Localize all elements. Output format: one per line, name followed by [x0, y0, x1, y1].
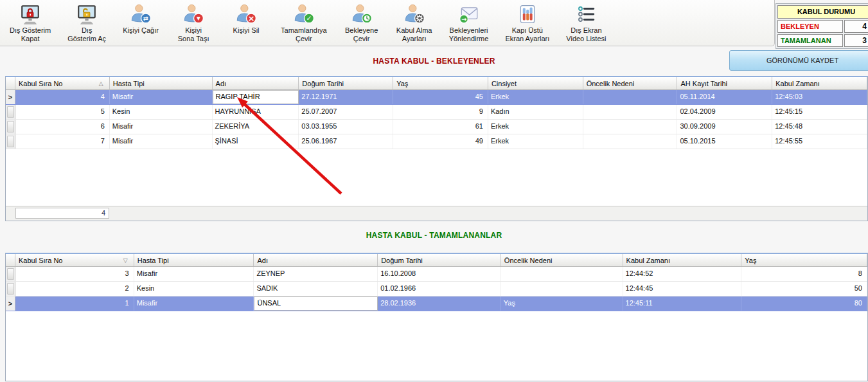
column-header-adi[interactable]: Adı	[213, 77, 299, 89]
cell-kabul-sira-no[interactable]: 2	[15, 282, 134, 296]
table-row[interactable]: 7MisafirŞİNASİ25.06.196749Erkek05.10.201…	[6, 134, 867, 149]
column-header-oncelik-nedeni[interactable]: Öncelik Nedeni	[583, 77, 678, 89]
table-row[interactable]: >4MisafirRAGIP TAHİR27.12.197145Erkek05.…	[6, 90, 867, 105]
column-header-hasta-tipi[interactable]: Hasta Tipi	[110, 77, 213, 89]
column-header-dogum-tarihi[interactable]: Doğum Tarihi	[299, 77, 393, 89]
cell-hasta-tipi[interactable]: Kesin	[110, 105, 213, 119]
cell-ah-kayit-tarihi[interactable]: 30.09.2009	[677, 120, 772, 134]
cell-cinsiyet[interactable]: Erkek	[488, 120, 583, 134]
row-indicator	[6, 134, 15, 149]
cell-kabul-zamani[interactable]: 12:45:11	[623, 296, 742, 311]
table-row[interactable]: 6MisafirZEKERİYA03.03.195561Erkek30.09.2…	[6, 120, 867, 134]
cell-hasta-tipi[interactable]: Misafir	[110, 90, 213, 104]
cell-kabul-sira-no[interactable]: 5	[15, 105, 110, 119]
cell-kabul-zamani[interactable]: 12:44:45	[623, 282, 742, 296]
cell-cinsiyet[interactable]: Erkek	[488, 90, 583, 104]
cell-cinsiyet[interactable]: Kadın	[488, 105, 583, 119]
cell-kabul-zamani[interactable]: 12:45:48	[772, 120, 867, 134]
cell-oncelik-nedeni[interactable]	[583, 120, 678, 134]
cell-oncelik-nedeni[interactable]	[583, 105, 678, 119]
cell-ah-kayit-tarihi[interactable]: 05.10.2015	[677, 134, 772, 149]
table-row[interactable]: 5KesinHAYRUNNİSA25.07.20079Kadın02.04.20…	[6, 105, 867, 120]
column-header-kabul-zamani[interactable]: Kabul Zamanı	[623, 254, 742, 266]
cell-kabul-zamani[interactable]: 12:45:03	[772, 90, 867, 104]
kapi-ustu-ekran-ayarlari-button[interactable]: Kapı Üstü Ekran Ayarları	[500, 2, 554, 44]
column-header-kabul-sira-no[interactable]: Kabul Sıra No△	[15, 77, 110, 89]
cell-kabul-sira-no[interactable]: 4	[15, 90, 110, 104]
kisiyi-sona-tasi-button[interactable]: ▼Kişiyi Sona Taşı	[171, 2, 216, 44]
cell-oncelik-nedeni[interactable]	[501, 267, 623, 281]
table-row[interactable]: 2KesinSADIK01.02.196612:44:4550	[6, 282, 867, 296]
cell-kabul-zamani[interactable]: 12:44:52	[623, 267, 742, 281]
cell-dogum-tarihi[interactable]: 25.07.2007	[299, 105, 393, 119]
dis-gosterim-ac-button[interactable]: Dış Gösterim Aç	[63, 2, 111, 44]
cell-dogum-tarihi[interactable]: 25.06.1967	[299, 134, 393, 149]
column-header-kabul-zamani[interactable]: Kabul Zamanı	[772, 77, 867, 89]
cell-yas[interactable]: 45	[393, 90, 488, 104]
waiting-table: Kabul Sıra No△Hasta TipiAdıDoğum TarihiY…	[5, 76, 868, 221]
app-root: Dış Gösterim KapatDış Gösterim Aç⇄Kişiyi…	[0, 0, 868, 382]
cell-kabul-sira-no[interactable]: 7	[15, 134, 110, 149]
bekleyene-cevir-button[interactable]: Bekleyene Çevir	[339, 2, 384, 44]
cell-adi[interactable]: RAGIP TAHİR	[213, 90, 299, 104]
column-header-cinsiyet[interactable]: Cinsiyet	[488, 77, 583, 89]
cell-adi[interactable]: HAYRUNNİSA	[213, 105, 299, 119]
tamamlandiya-cevir-button[interactable]: ✓Tamamlandıya Çevir	[276, 2, 332, 44]
column-header-dogum-tarihi[interactable]: Doğum Tarihi	[378, 254, 501, 266]
cell-dogum-tarihi[interactable]: 16.10.2008	[378, 267, 501, 281]
cell-kabul-zamani[interactable]: 12:45:15	[772, 105, 867, 119]
kisiyi-cagir-button[interactable]: ⇄Kişiyi Çağır	[118, 2, 163, 36]
cell-hasta-tipi[interactable]: Misafir	[134, 296, 254, 311]
cell-ah-kayit-tarihi[interactable]: 05.11.2014	[677, 90, 772, 104]
completed-table-title: HASTA KABUL - TAMAMLANANLAR	[0, 231, 868, 240]
person-complete-icon: ✓	[293, 3, 315, 25]
cell-yas[interactable]: 80	[741, 296, 867, 311]
cell-adi[interactable]: ZEKERİYA	[213, 120, 299, 134]
cell-yas[interactable]: 49	[393, 134, 488, 149]
cell-dogum-tarihi[interactable]: 28.02.1936	[378, 296, 501, 311]
column-header-label: AH Kayıt Tarihi	[680, 80, 727, 87]
table-row[interactable]: 3MisafirZEYNEP16.10.200812:44:528	[6, 267, 867, 282]
cell-yas[interactable]: 50	[741, 282, 867, 296]
cell-oncelik-nedeni[interactable]	[583, 134, 678, 149]
cell-ah-kayit-tarihi[interactable]: 02.04.2009	[677, 105, 772, 119]
cell-dogum-tarihi[interactable]: 27.12.1971	[299, 90, 393, 104]
cell-dogum-tarihi[interactable]: 01.02.1966	[378, 282, 501, 296]
cell-yas[interactable]: 8	[741, 267, 867, 281]
table-empty-area	[6, 149, 867, 206]
cell-hasta-tipi[interactable]: Misafir	[110, 134, 213, 149]
cell-yas[interactable]: 9	[393, 105, 488, 119]
cell-oncelik-nedeni[interactable]	[501, 282, 623, 296]
kabul-alma-ayarlari-button[interactable]: Kabul Alma Ayarları	[392, 2, 437, 44]
column-header-oncelik-nedeni[interactable]: Öncelik Nedeni	[501, 254, 623, 266]
cell-yas[interactable]: 61	[393, 120, 488, 134]
cell-kabul-sira-no[interactable]: 3	[15, 267, 134, 281]
dis-ekran-video-listesi-button[interactable]: Dış Ekran Video Listesi	[562, 2, 610, 44]
column-header-adi[interactable]: Adı	[254, 254, 378, 266]
cell-kabul-sira-no[interactable]: 1	[15, 296, 134, 311]
bekleyenleri-yonlendirme-button[interactable]: →Bekleyenleri Yönlendirme	[445, 2, 493, 44]
cell-dogum-tarihi[interactable]: 03.03.1955	[299, 120, 393, 134]
cell-adi[interactable]: ŞİNASİ	[213, 134, 299, 149]
cell-kabul-zamani[interactable]: 12:45:55	[772, 134, 867, 149]
column-header-label: Kabul Zamanı	[775, 80, 819, 87]
cell-adi[interactable]: SADIK	[254, 282, 378, 296]
cell-cinsiyet[interactable]: Erkek	[488, 134, 583, 149]
dis-gosterim-kapat-button[interactable]: Dış Gösterim Kapat	[5, 2, 55, 44]
cell-hasta-tipi[interactable]: Kesin	[134, 282, 254, 296]
column-header-yas[interactable]: Yaş	[393, 77, 488, 89]
column-header-hasta-tipi[interactable]: Hasta Tipi	[134, 254, 254, 266]
column-header-kabul-sira-no[interactable]: Kabul Sıra No▽	[15, 254, 134, 266]
table-row[interactable]: >1MisafirÜNSAL28.02.1936Yaş12:45:1180	[6, 296, 867, 311]
kisiyi-sil-button[interactable]: ×Kişiyi Sil	[224, 2, 269, 36]
cell-adi[interactable]: ZEYNEP	[254, 267, 378, 281]
cell-hasta-tipi[interactable]: Misafir	[110, 120, 213, 134]
cell-hasta-tipi[interactable]: Misafir	[134, 267, 254, 281]
column-header-ah-kayit-tarihi[interactable]: AH Kayıt Tarihi	[677, 77, 772, 89]
cell-adi[interactable]: ÜNSAL	[254, 296, 378, 311]
column-header-yas[interactable]: Yaş	[741, 254, 867, 266]
cell-oncelik-nedeni[interactable]: Yaş	[501, 296, 623, 311]
column-header-label: Adı	[257, 257, 268, 264]
cell-kabul-sira-no[interactable]: 6	[15, 120, 110, 134]
cell-oncelik-nedeni[interactable]	[583, 90, 678, 104]
